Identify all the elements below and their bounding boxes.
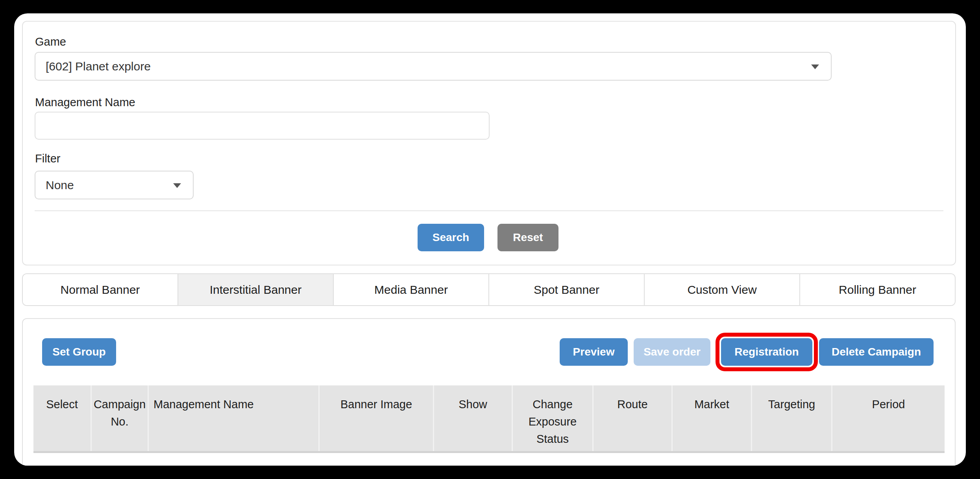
tab-media-banner[interactable]: Media Banner [333, 274, 488, 305]
chevron-down-icon [173, 183, 181, 188]
column-header-change-exposure-status: Change Exposure Status [512, 385, 592, 451]
column-header-route: Route [592, 385, 671, 451]
tab-rolling-banner[interactable]: Rolling Banner [799, 274, 955, 305]
column-header-select: Select [33, 385, 91, 451]
tab-normal-banner[interactable]: Normal Banner [23, 274, 178, 305]
column-header-period: Period [831, 385, 945, 451]
set-group-button[interactable]: Set Group [42, 338, 116, 366]
reset-button[interactable]: Reset [497, 224, 558, 251]
registration-button-highlighted[interactable]: Registration [721, 338, 812, 366]
admin-page: Game [602] Planet explore Management Nam… [14, 13, 966, 466]
delete-campaign-button[interactable]: Delete Campaign [819, 338, 934, 366]
game-select-value: [602] Planet explore [35, 60, 151, 73]
filter-select[interactable]: None [35, 171, 194, 199]
campaign-table-header: Select Campaign No. Management Name Bann… [33, 385, 945, 453]
campaign-panel: Set Group Preview Save order Registratio… [22, 318, 956, 466]
column-header-campaign-no: Campaign No. [91, 385, 148, 451]
column-header-targeting: Targeting [751, 385, 831, 451]
column-header-market: Market [671, 385, 751, 451]
campaign-table: Select Campaign No. Management Name Bann… [33, 385, 945, 466]
column-header-show: Show [433, 385, 512, 451]
column-header-banner-image: Banner Image [318, 385, 433, 451]
empty-table-row [33, 453, 945, 466]
form-divider [35, 210, 943, 211]
column-header-management-name: Management Name [148, 385, 318, 451]
filter-label: Filter [35, 151, 60, 166]
game-label: Game [35, 35, 66, 49]
save-order-button[interactable]: Save order [634, 338, 710, 366]
preview-button[interactable]: Preview [560, 338, 628, 366]
tab-custom-view[interactable]: Custom View [644, 274, 799, 305]
filter-select-value: None [35, 179, 74, 192]
management-name-label: Management Name [35, 95, 135, 109]
management-name-input[interactable] [35, 112, 490, 140]
search-button[interactable]: Search [418, 224, 484, 251]
tab-spot-banner[interactable]: Spot Banner [488, 274, 644, 305]
screenshot-frame: Game [602] Planet explore Management Nam… [0, 0, 980, 479]
filter-card: Game [602] Planet explore Management Nam… [22, 21, 956, 265]
game-select[interactable]: [602] Planet explore [35, 52, 832, 81]
chevron-down-icon [811, 64, 819, 69]
tab-interstitial-banner[interactable]: Interstitial Banner [178, 274, 333, 305]
banner-type-tabbar: Normal Banner Interstitial Banner Media … [22, 273, 956, 306]
